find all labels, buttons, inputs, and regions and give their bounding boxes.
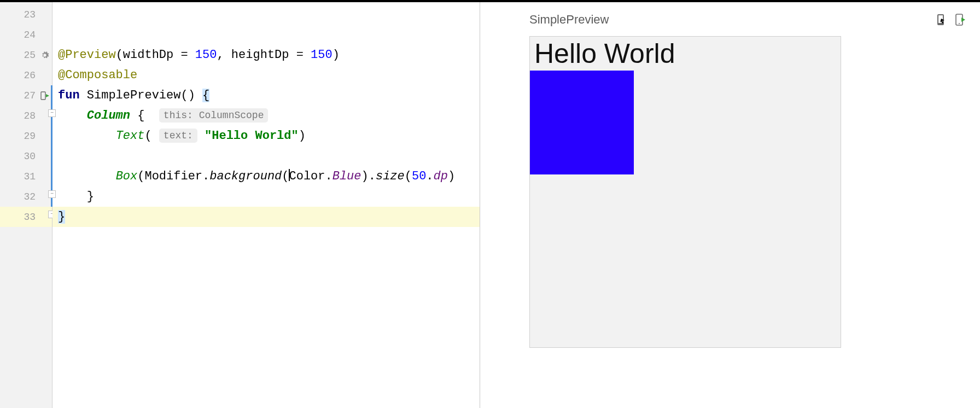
compose-preview-pane: SimplePreview Hello World — [480, 2, 980, 408]
gutter-line-26[interactable]: 26 — [0, 65, 52, 85]
close-brace: } — [58, 210, 65, 224]
gutter-line-31[interactable]: 31 — [0, 166, 52, 186]
gutter-line-25[interactable]: 25 — [0, 45, 52, 65]
line-number: 29 — [24, 131, 36, 142]
open-brace: { — [202, 89, 209, 102]
preview-text-hello: Hello World — [530, 37, 841, 67]
code-line-current[interactable]: } — [52, 207, 480, 227]
gutter-line-24[interactable]: 24 — [0, 25, 52, 45]
code-line[interactable] — [52, 25, 480, 45]
gutter-line-32[interactable]: 32 — [0, 186, 52, 207]
line-number: 30 — [24, 151, 36, 162]
svg-marker-1 — [46, 94, 49, 97]
line-number: 26 — [24, 70, 36, 81]
editor-gutter[interactable]: 23 24 25 26 27 28 29 30 31 — [0, 2, 52, 408]
code-line[interactable]: @Composable — [52, 65, 480, 85]
code-line[interactable]: Column { this: ColumnScope — [52, 106, 480, 126]
ide-split-view: 23 24 25 26 27 28 29 30 31 — [0, 2, 980, 408]
line-number: 23 — [24, 9, 36, 20]
gutter-line-29[interactable]: 29 — [0, 126, 52, 146]
gutter-line-23[interactable]: 23 — [0, 4, 52, 25]
inlay-hint: text: — [159, 129, 197, 143]
gutter-line-33[interactable]: 33 — [0, 207, 52, 227]
line-number: 33 — [24, 212, 36, 223]
line-number: 27 — [24, 90, 36, 101]
run-preview-icon[interactable] — [40, 91, 50, 101]
line-number: 28 — [24, 110, 36, 121]
code-editor-pane: 23 24 25 26 27 28 29 30 31 — [0, 2, 480, 408]
code-line[interactable]: @Preview(widthDp = 150, heightDp = 150) — [52, 45, 480, 65]
code-line[interactable]: fun SimplePreview() { — [52, 85, 480, 106]
preview-title: SimplePreview — [529, 13, 609, 27]
preview-blue-box — [530, 71, 634, 174]
interactive-preview-icon[interactable] — [936, 13, 947, 26]
code-line[interactable]: Box(Modifier.background(Color.Blue).size… — [52, 166, 480, 186]
line-number: 32 — [24, 191, 36, 202]
inlay-hint: this: ColumnScope — [159, 108, 269, 123]
code-line[interactable] — [52, 4, 480, 25]
line-number: 24 — [24, 30, 36, 40]
code-line[interactable] — [52, 146, 480, 166]
gear-icon[interactable] — [40, 50, 50, 60]
annotation: @Preview — [58, 48, 116, 62]
svg-point-6 — [959, 23, 960, 24]
preview-header: SimplePreview — [529, 9, 966, 31]
gutter-line-30[interactable]: 30 — [0, 146, 52, 166]
annotation: @Composable — [58, 68, 137, 82]
gutter-line-28[interactable]: 28 — [0, 106, 52, 126]
gutter-line-27[interactable]: 27 — [0, 85, 52, 106]
line-number: 31 — [24, 171, 36, 182]
line-number: 25 — [24, 50, 36, 61]
code-line[interactable]: } — [52, 186, 480, 207]
preview-toolbar — [936, 13, 966, 26]
code-line[interactable]: Text( text: "Hello World") — [52, 126, 480, 146]
svg-rect-0 — [41, 92, 45, 100]
code-area[interactable]: − − − @Preview(widthDp = 150, heightDp =… — [52, 2, 480, 408]
deploy-preview-icon[interactable] — [955, 13, 966, 26]
svg-marker-7 — [961, 18, 965, 22]
preview-canvas[interactable]: Hello World — [529, 36, 841, 348]
